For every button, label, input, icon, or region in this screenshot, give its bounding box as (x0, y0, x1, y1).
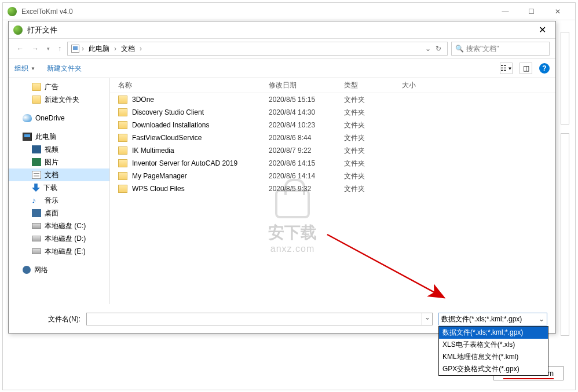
folder-icon (118, 146, 127, 155)
file-row[interactable]: 3DOne2020/8/5 15:15文件夹 (110, 93, 555, 106)
pc-icon (71, 45, 79, 53)
filetype-selected: 数据文件(*.xls;*.kml;*.gpx) (441, 314, 534, 324)
file-date: 2020/8/4 14:30 (269, 108, 344, 116)
close-button[interactable]: ✕ (544, 3, 570, 20)
folder-icon (118, 121, 127, 129)
side-panel-1 (561, 32, 569, 124)
back-button[interactable]: ← (14, 43, 26, 54)
tree-item-video[interactable]: 视频 (9, 143, 109, 156)
disk-icon (32, 223, 41, 229)
refresh-button[interactable]: ↻ (433, 45, 444, 53)
tree-item-label: 视频 (45, 145, 58, 155)
network-icon (23, 266, 31, 274)
filetype-option[interactable]: XLS电子表格文件(*.xls) (439, 339, 548, 351)
tree-item-downloads[interactable]: 下载 (9, 181, 109, 194)
folder-tree[interactable]: 广告新建文件夹OneDrive此电脑视频图片文档下载♪音乐桌面本地磁盘 (C:)… (9, 78, 110, 304)
file-list[interactable]: 3DOne2020/8/5 15:15文件夹Discovery Studio C… (110, 93, 555, 304)
file-name: Inventor Server for AutoCAD 2019 (132, 159, 269, 167)
tree-item-disk[interactable]: 本地磁盘 (D:) (9, 232, 109, 245)
search-input[interactable]: 🔍 搜索"文档" (451, 42, 550, 56)
file-name: FastViewCloudService (132, 134, 269, 142)
breadcrumb-bar[interactable]: › 此电脑 › 文档 › ⌄ ↻ (67, 42, 448, 56)
file-row[interactable]: Downloaded Installations2020/8/4 10:23文件… (110, 119, 555, 131)
minimize-button[interactable]: — (492, 3, 518, 20)
chevron-right-icon[interactable]: › (113, 45, 118, 53)
view-mode-button[interactable]: ☷▼ (500, 63, 513, 74)
folder-icon (118, 134, 127, 142)
file-row[interactable]: FastViewCloudService2020/8/6 8:44文件夹 (110, 131, 555, 144)
new-folder-button[interactable]: 新建文件夹 (47, 64, 82, 74)
file-date: 2020/8/4 10:23 (269, 121, 344, 129)
filetype-option[interactable]: GPX交换格式文件(*.gpx) (439, 363, 548, 375)
filetype-dropdown[interactable]: 数据文件(*.xls;*.kml;*.gpx)XLS电子表格文件(*.xls)K… (438, 326, 548, 376)
crumb-docs[interactable]: 文档 (119, 44, 137, 54)
file-type: 文件夹 (344, 108, 402, 118)
file-row[interactable]: Discovery Studio Client2020/8/4 14:30文件夹 (110, 106, 555, 119)
organize-button[interactable]: 组织▼ (14, 64, 35, 74)
tree-item-folder[interactable]: 新建文件夹 (9, 93, 109, 106)
chevron-down-icon[interactable]: ⌄ (539, 315, 544, 323)
filetype-option[interactable]: KML地理信息文件(*.kml) (439, 351, 548, 363)
file-type: 文件夹 (344, 146, 402, 156)
tree-item-thispc[interactable]: 此电脑 (9, 130, 109, 143)
file-list-area: 名称 修改日期 类型 大小 3DOne2020/8/5 15:15文件夹Disc… (110, 78, 555, 304)
header-name[interactable]: 名称 (118, 80, 269, 90)
dialog-close-button[interactable]: ✕ (533, 24, 551, 35)
tree-item-onedrive[interactable]: OneDrive (9, 112, 109, 124)
app-title: ExcelToKml v4.0 (21, 8, 492, 16)
filetype-combo[interactable]: 数据文件(*.xls;*.kml;*.gpx) ⌄ 数据文件(*.xls;*.k… (438, 313, 547, 325)
folder-icon (118, 159, 127, 167)
tree-item-network[interactable]: 网络 (9, 263, 109, 276)
file-name: My PageManager (132, 172, 269, 180)
maximize-button[interactable]: ☐ (518, 3, 544, 20)
tree-item-disk[interactable]: 本地磁盘 (E:) (9, 245, 109, 258)
folder-icon (118, 172, 127, 180)
file-name: Downloaded Installations (132, 121, 269, 129)
history-dropdown[interactable]: ▾ (45, 45, 52, 53)
crumb-thispc[interactable]: 此电脑 (86, 44, 112, 54)
tree-item-docs[interactable]: 文档 (9, 168, 109, 181)
music-icon: ♪ (32, 196, 41, 204)
filename-input-wrapper: ⌄ (86, 313, 433, 325)
desktop-icon (32, 209, 41, 217)
file-open-dialog: 打开文件 ✕ ← → ▾ ↑ › 此电脑 › 文档 › ⌄ ↻ 🔍 搜索"文档" (8, 21, 556, 334)
tree-item-disk[interactable]: 本地磁盘 (C:) (9, 219, 109, 232)
folder-icon (32, 96, 41, 104)
tree-item-label: 本地磁盘 (C:) (45, 221, 86, 231)
tree-item-folder[interactable]: 广告 (9, 80, 109, 93)
help-button[interactable]: ? (539, 63, 550, 74)
file-row[interactable]: Inventor Server for AutoCAD 20192020/8/6… (110, 157, 555, 170)
file-row[interactable]: WPS Cloud Files2020/8/5 9:32文件夹 (110, 182, 555, 195)
folder-icon (118, 96, 127, 104)
chevron-right-icon[interactable]: › (81, 45, 85, 53)
tree-item-desktop[interactable]: 桌面 (9, 207, 109, 219)
tree-item-label: 本地磁盘 (E:) (45, 247, 86, 257)
file-type: 文件夹 (344, 133, 402, 143)
header-date[interactable]: 修改日期 (269, 80, 344, 90)
forward-button[interactable]: → (30, 43, 41, 54)
preview-pane-button[interactable]: ◫ (520, 63, 532, 74)
tree-item-music[interactable]: ♪音乐 (9, 194, 109, 207)
tree-item-label: 音乐 (45, 196, 58, 206)
file-name: Discovery Studio Client (132, 108, 269, 116)
filetype-option[interactable]: 数据文件(*.xls;*.kml;*.gpx) (439, 327, 548, 339)
chevron-right-icon[interactable]: › (138, 45, 143, 53)
breadcrumb-dropdown[interactable]: ⌄ (423, 45, 433, 53)
header-type[interactable]: 类型 (344, 80, 402, 90)
up-button[interactable]: ↑ (56, 43, 64, 54)
file-date: 2020/8/6 8:44 (269, 134, 344, 142)
folder-icon (118, 185, 127, 193)
dialog-icon (13, 25, 23, 35)
filename-input[interactable] (87, 313, 422, 325)
header-size[interactable]: 大小 (402, 80, 448, 90)
file-row[interactable]: IK Multimedia2020/8/7 9:22文件夹 (110, 144, 555, 157)
folder-icon (118, 108, 127, 116)
dialog-toolbar: 组织▼ 新建文件夹 ☷▼ ◫ ? (9, 58, 555, 78)
file-type: 文件夹 (344, 159, 402, 168)
file-type: 文件夹 (344, 171, 402, 181)
filename-dropdown[interactable]: ⌄ (422, 313, 432, 325)
video-icon (32, 145, 41, 153)
tree-item-label: 网络 (34, 265, 48, 275)
tree-item-pictures[interactable]: 图片 (9, 156, 109, 168)
file-row[interactable]: My PageManager2020/8/6 14:14文件夹 (110, 170, 555, 182)
